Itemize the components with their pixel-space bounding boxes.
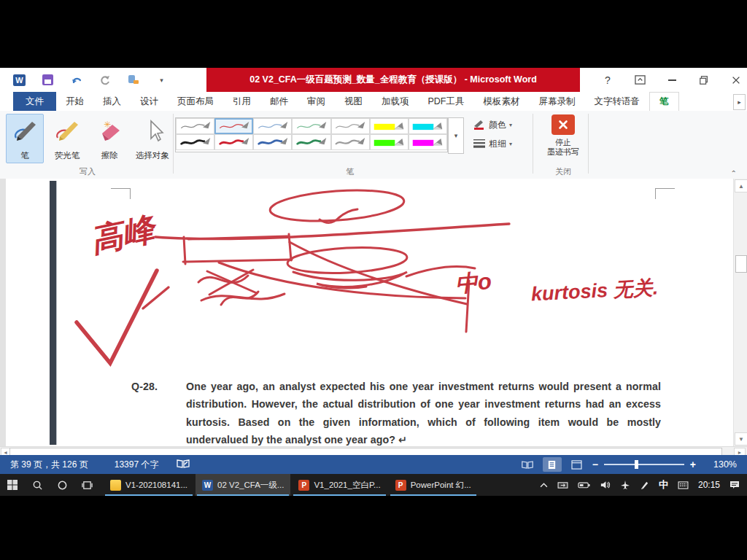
window-title-banner: 02 V2_CFA一级百题预测_数量_全程教育（授课版） - Microsoft…	[206, 68, 580, 92]
tab-templates[interactable]: 模板素材	[474, 92, 530, 111]
tab-overflow-icon[interactable]: ▸	[733, 94, 746, 110]
select-objects-button[interactable]: 选择对象	[131, 114, 174, 163]
pen-style-swatch[interactable]	[331, 118, 370, 134]
taskbar-app-word[interactable]: W02 V2_CFA一级...	[196, 474, 290, 496]
tab-view[interactable]: 视图	[335, 92, 372, 111]
display-icon[interactable]	[557, 481, 568, 489]
ink-color-button[interactable]: 颜色▾	[473, 117, 512, 133]
taskbar-app-powerpoint[interactable]: PPowerPoint 幻...	[389, 474, 478, 496]
tab-pdf-tools[interactable]: PDF工具	[419, 92, 474, 111]
pen-style-swatch[interactable]	[176, 134, 214, 150]
tab-text-to-speech[interactable]: 文字转语音	[585, 92, 650, 111]
pen-style-swatch[interactable]	[253, 134, 292, 150]
zoom-slider-thumb[interactable]	[635, 460, 638, 469]
pen-style-swatch[interactable]	[292, 134, 330, 150]
margin-crop-mark	[111, 188, 131, 199]
quick-access-toolbar: W ▾	[7, 68, 168, 92]
handwritten-note-peak: 高峰	[87, 207, 158, 262]
zoom-slider[interactable]: − +	[592, 459, 696, 470]
touch-keyboard-icon[interactable]	[678, 481, 689, 489]
windows-ink-pen-icon[interactable]	[640, 481, 649, 490]
help-icon[interactable]: ?	[601, 74, 614, 87]
tab-insert[interactable]: 插入	[93, 92, 131, 111]
ribbon: 笔 荧光笔 ✳ 擦除 选择对象 写入 ▾ 颜色▾	[0, 111, 747, 179]
collapse-ribbon-icon[interactable]: ⌃	[731, 169, 737, 177]
taskbar-app-label: V1-202108141...	[125, 481, 187, 489]
hidden-icons-chevron-icon[interactable]	[540, 483, 548, 488]
undo-icon[interactable]	[70, 74, 82, 86]
print-layout-icon[interactable]	[543, 457, 562, 472]
highlighter-style-swatch[interactable]	[370, 118, 409, 134]
tab-file[interactable]: 文件	[13, 92, 56, 111]
powerpoint-icon: P	[298, 480, 309, 491]
question-text: One year ago, an analyst expected his on…	[186, 378, 661, 446]
highlighter-style-swatch[interactable]	[409, 118, 447, 134]
proofing-status-icon[interactable]	[176, 459, 190, 471]
tab-review[interactable]: 审阅	[298, 92, 335, 111]
qat-customize-dropdown-icon[interactable]: ▾	[155, 74, 168, 86]
action-center-icon[interactable]	[729, 481, 740, 489]
airplane-mode-icon[interactable]	[620, 480, 630, 490]
gallery-dropdown-icon[interactable]: ▾	[448, 117, 464, 154]
pen-style-swatch[interactable]	[292, 118, 330, 134]
zoom-in-icon[interactable]: +	[690, 459, 696, 470]
eraser-tool-button[interactable]: ✳ 擦除	[90, 114, 128, 163]
stop-inking-button[interactable]: 停止墨迹书写	[537, 114, 589, 163]
pen-style-swatch[interactable]	[331, 134, 370, 150]
page-info[interactable]: 第 39 页，共 126 页	[10, 459, 88, 471]
touch-mouse-mode-icon[interactable]	[127, 74, 139, 86]
vertical-scroll-thumb[interactable]	[735, 255, 747, 273]
write-group-label: 写入	[44, 166, 131, 177]
highlighter-style-swatch[interactable]	[409, 134, 447, 150]
pen-style-swatch[interactable]	[253, 118, 292, 134]
save-icon[interactable]	[42, 74, 54, 86]
word-count[interactable]: 13397 个字	[115, 459, 159, 471]
pen-tool-button[interactable]: 笔	[6, 114, 44, 163]
eraser-label: 擦除	[101, 150, 118, 161]
zoom-percentage[interactable]: 130%	[703, 459, 737, 470]
cortana-icon[interactable]	[50, 474, 74, 496]
word-logo-icon: W	[13, 74, 26, 86]
status-bar: 第 39 页，共 126 页 13397 个字 − + 130%	[0, 455, 747, 474]
tab-home[interactable]: 开始	[56, 92, 93, 111]
zoom-slider-track[interactable]	[604, 464, 684, 465]
battery-icon[interactable]	[578, 481, 590, 489]
web-layout-icon[interactable]	[568, 457, 587, 472]
select-cursor-icon	[138, 119, 167, 147]
tab-pen[interactable]: 笔	[649, 92, 679, 111]
document-area[interactable]: Q-28. One year ago, an analyst expected …	[0, 179, 747, 446]
search-icon[interactable]	[25, 474, 50, 496]
restore-icon[interactable]	[697, 74, 711, 87]
tab-mailings[interactable]: 邮件	[260, 92, 298, 111]
close-icon[interactable]	[729, 74, 743, 87]
ime-chinese-indicator[interactable]: 中	[659, 478, 668, 491]
tab-addins[interactable]: 加载项	[372, 92, 419, 111]
system-tray: 中 20:15	[540, 474, 747, 496]
ribbon-display-options-icon[interactable]	[633, 74, 646, 87]
highlighter-style-swatch[interactable]	[370, 134, 409, 150]
screen: W ▾ 02 V2_CFA一级百题预测_数量_全程教育（授课版） - Micro…	[0, 0, 747, 560]
scroll-up-icon[interactable]: ▲	[735, 179, 747, 192]
tab-screen-record[interactable]: 屏幕录制	[530, 92, 585, 111]
highlighter-tool-button[interactable]: 荧光笔	[48, 114, 86, 163]
zoom-out-icon[interactable]: −	[592, 459, 598, 470]
pen-style-swatch[interactable]	[176, 118, 214, 134]
scroll-down-icon[interactable]: ▼	[735, 432, 747, 446]
task-view-icon[interactable]	[74, 474, 99, 496]
tab-references[interactable]: 引用	[223, 92, 260, 111]
ink-thickness-button[interactable]: 粗细▾	[473, 136, 512, 152]
taskbar-app-powerpoint[interactable]: PV1_2021_空白P...	[292, 474, 387, 496]
minimize-icon[interactable]	[665, 74, 678, 87]
redo-icon[interactable]	[98, 74, 111, 86]
pen-style-swatch[interactable]	[214, 118, 253, 134]
taskbar-app-folder[interactable]: V1-202108141...	[104, 474, 194, 496]
clock[interactable]: 20:15	[698, 480, 720, 490]
vertical-scrollbar[interactable]: ▲ ▼	[733, 179, 747, 446]
tab-layout[interactable]: 页面布局	[168, 92, 223, 111]
pen-style-swatch[interactable]	[214, 134, 253, 150]
ink-thickness-icon	[473, 138, 486, 149]
start-button-icon[interactable]	[0, 474, 25, 496]
volume-icon[interactable]	[600, 481, 611, 489]
read-mode-icon[interactable]	[518, 457, 537, 472]
tab-design[interactable]: 设计	[131, 92, 168, 111]
